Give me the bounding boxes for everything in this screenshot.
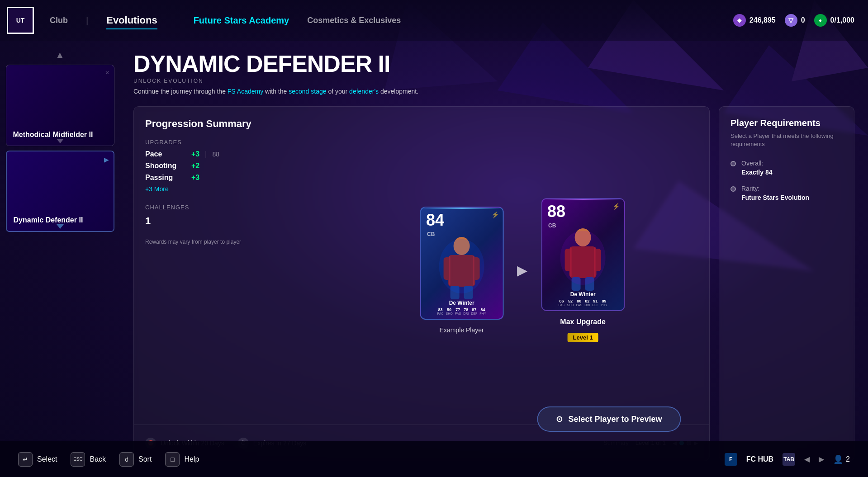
desc-highlight-1: FS Academy bbox=[228, 88, 263, 95]
nav-tab-club[interactable]: Club bbox=[50, 14, 68, 28]
upgrade-name-passing: Passing bbox=[145, 174, 186, 182]
card-stat-dri-max: 82DRI bbox=[584, 299, 590, 307]
card-corner-icon-max: ⚡ bbox=[612, 203, 620, 210]
player-silhouette bbox=[435, 232, 489, 300]
nav-divider: | bbox=[86, 15, 88, 26]
main-content: Dynamic Defender II Unlock Evolution Con… bbox=[120, 41, 868, 477]
upgrade-more-link[interactable]: +3 More bbox=[145, 185, 169, 193]
nav-tab-future-stars[interactable]: Future Stars Academy bbox=[194, 13, 289, 28]
sidebar-card-label-dynamic: Dynamic Defender II bbox=[14, 216, 83, 224]
player-figure-area bbox=[421, 232, 503, 300]
tab-icon: TAB bbox=[783, 453, 795, 466]
card-corner-icon: ⚡ bbox=[491, 211, 499, 218]
control-select: ↵ Select bbox=[18, 452, 57, 467]
req-bullet-rarity bbox=[730, 186, 736, 192]
page-title: Dynamic Defender II bbox=[133, 52, 854, 76]
card-stat-def-max: 91DEF bbox=[592, 299, 598, 307]
progression-arrow: ▶ bbox=[517, 262, 527, 278]
currency-pts: ▽ 0 bbox=[785, 14, 805, 27]
nav-tab-cosmetics[interactable]: Cosmetics & Exclusives bbox=[307, 14, 401, 28]
help-key-label: Help bbox=[184, 455, 199, 463]
svg-point-14 bbox=[439, 239, 484, 293]
sidebar-icon-x: ✕ bbox=[105, 70, 109, 76]
card-glow-top-max bbox=[542, 199, 624, 200]
navigation: Club | Evolutions Future Stars Academy C… bbox=[41, 12, 733, 28]
req-item-overall: Overall: Exactly 84 bbox=[730, 160, 843, 176]
sidebar-card-label-methodical: Methodical Midfielder II bbox=[13, 130, 93, 139]
sidebar-item-dynamic-defender[interactable]: ▶ Dynamic Defender II bbox=[6, 151, 114, 232]
player-figure-max bbox=[542, 224, 624, 292]
page-subtitle: Unlock Evolution bbox=[133, 78, 854, 84]
nav-tab-evolutions[interactable]: Evolutions bbox=[106, 12, 157, 28]
req-item-content-rarity: Rarity: Future Stars Evolution bbox=[741, 185, 843, 201]
card-stat-pas-max: 80PAS bbox=[576, 299, 583, 307]
control-sort: d Sort bbox=[119, 452, 152, 467]
page-header: Dynamic Defender II Unlock Evolution Con… bbox=[120, 41, 868, 102]
select-player-label: Select Player to Preview bbox=[568, 415, 662, 424]
example-player-card[interactable]: ⚡ 84 CB bbox=[420, 207, 503, 320]
card-name-example: De Winter bbox=[421, 300, 503, 306]
sort-key: d bbox=[119, 452, 134, 467]
card-glow-top bbox=[421, 208, 503, 209]
upgrade-delta-pace: +3 bbox=[191, 150, 199, 158]
req-subtitle: Select a Player that meets the following… bbox=[730, 132, 843, 148]
card-rating-example: 84 bbox=[426, 212, 444, 228]
right-arrow-control: ▶ bbox=[819, 455, 824, 463]
action-controls-left: ↵ Select ESC Back d Sort □ Help bbox=[18, 452, 199, 467]
card-stat-pac-ex: 83PAC bbox=[437, 307, 444, 315]
upgrade-sep-pace: | bbox=[205, 150, 207, 158]
fc-hub-label: FC HUB bbox=[746, 455, 773, 463]
card-rating-max: 88 bbox=[547, 203, 565, 220]
action-bar: ↵ Select ESC Back d Sort □ Help F FC HUB… bbox=[0, 441, 868, 477]
upgrade-delta-passing: +3 bbox=[191, 174, 199, 182]
card-stats-max: 86PAC 52SHO 80PAS 82DRI 91DEF 89PHY bbox=[542, 299, 624, 307]
card-stats-example: 83PAC 50SHO 77PAS 78DRI 87DEF 84PHY bbox=[421, 307, 503, 315]
currency-sp: ● 0/1,000 bbox=[814, 14, 854, 27]
max-upgrade-label: Max Upgrade bbox=[560, 318, 605, 326]
sidebar-scroll-up[interactable]: ▲ bbox=[0, 50, 120, 60]
logo: UT bbox=[0, 0, 41, 41]
back-key-label: Back bbox=[90, 455, 106, 463]
control-back: ESC Back bbox=[71, 452, 106, 467]
players-icon: 👤 bbox=[833, 454, 843, 464]
requirements-panel: Player Requirements Select a Player that… bbox=[719, 106, 854, 461]
sidebar-active-icon: ▶ bbox=[104, 156, 109, 163]
player-count: 2 bbox=[846, 455, 850, 463]
card-stat-sho-ex: 50SHO bbox=[446, 307, 452, 315]
pts-value: 0 bbox=[801, 16, 805, 24]
card-stat-dri-ex: 78DRI bbox=[463, 307, 469, 315]
card-stat-pas-ex: 77PAS bbox=[455, 307, 461, 315]
select-key: ↵ bbox=[18, 452, 33, 467]
fc-hub-area: F FC HUB TAB ◀ ▶ 👤 2 bbox=[725, 453, 850, 466]
upgrade-max-pace: 88 bbox=[212, 151, 219, 158]
desc-highlight-2: second stage bbox=[289, 88, 326, 95]
player-count-area: 👤 2 bbox=[833, 454, 850, 464]
req-item-content-overall: Overall: Exactly 84 bbox=[741, 160, 843, 176]
req-bullet-overall bbox=[730, 161, 736, 166]
select-player-preview-button[interactable]: ⊙ Select Player to Preview bbox=[537, 406, 681, 432]
sidebar-item-methodical-midfielder[interactable]: ✕ Methodical Midfielder II bbox=[6, 65, 114, 146]
req-title: Player Requirements bbox=[730, 118, 843, 128]
back-key: ESC bbox=[71, 452, 85, 467]
help-key: □ bbox=[165, 452, 180, 467]
sp-icon: ● bbox=[814, 14, 827, 27]
left-arrow-control: ◀ bbox=[804, 455, 810, 463]
max-player-card[interactable]: ⚡ 88 CB bbox=[541, 198, 625, 311]
upgrade-name-shooting: Shooting bbox=[145, 162, 186, 170]
req-item-value-overall: Exactly 84 bbox=[741, 169, 843, 176]
upgrade-delta-shooting: +2 bbox=[191, 162, 199, 170]
cards-area: ⚡ 84 CB bbox=[379, 134, 666, 406]
currency-fc-points: ◆ 246,895 bbox=[733, 14, 776, 27]
topbar: UT Club | Evolutions Future Stars Academ… bbox=[0, 0, 868, 41]
fc-icon: F bbox=[725, 453, 737, 466]
example-card-wrapper: ⚡ 84 CB bbox=[420, 207, 503, 334]
sp-value: 0/1,000 bbox=[830, 16, 854, 24]
player-silhouette-max bbox=[556, 224, 610, 292]
sort-key-label: Sort bbox=[138, 455, 152, 463]
req-item-value-rarity: Future Stars Evolution bbox=[741, 194, 843, 201]
select-player-icon: ⊙ bbox=[556, 414, 563, 424]
page-description: Continue the journey through the FS Acad… bbox=[133, 88, 450, 95]
example-card-label: Example Player bbox=[440, 326, 484, 334]
upgrade-name-pace: Pace bbox=[145, 150, 186, 158]
card-stat-def-ex: 87DEF bbox=[471, 307, 477, 315]
